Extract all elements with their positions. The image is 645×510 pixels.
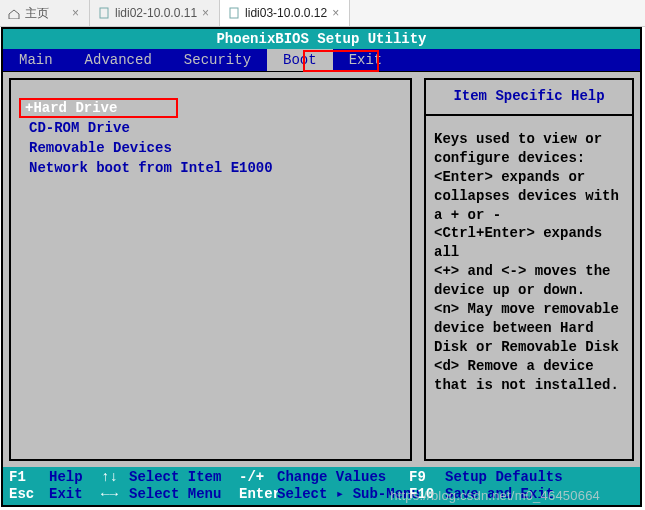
label-exit: Exit	[49, 486, 101, 502]
label-select-item: Select Item	[129, 469, 239, 485]
label-select-submenu: Select ▸ Sub-Menu	[277, 485, 409, 502]
bios-footer: F1 Help ↑↓ Select Item -/+ Change Values…	[3, 467, 640, 505]
page-icon	[228, 7, 240, 19]
help-panel: Item Specific Help Keys used to view or …	[424, 78, 634, 461]
browser-tab-active[interactable]: lidi03-10.0.0.12 ×	[220, 0, 350, 26]
boot-item-label: CD-ROM Drive	[29, 120, 130, 136]
menu-item-advanced[interactable]: Advanced	[69, 49, 168, 71]
key-f9: F9	[409, 469, 445, 485]
bios-frame: PhoenixBIOS Setup Utility Main Advanced …	[1, 27, 642, 507]
label-setup-defaults: Setup Defaults	[445, 469, 563, 485]
boot-order-panel: +Hard Drive CD-ROM Drive Removable Devic…	[9, 78, 412, 461]
svg-rect-0	[100, 8, 108, 18]
boot-item-network[interactable]: Network boot from Intel E1000	[23, 158, 398, 178]
browser-tab-bar: 主页 × lidi02-10.0.0.11 × lidi03-10.0.0.12…	[0, 0, 645, 27]
close-icon[interactable]: ×	[332, 6, 339, 20]
boot-item-label: +Hard Drive	[25, 100, 117, 116]
key-esc: Esc	[9, 486, 49, 502]
home-icon	[8, 8, 20, 18]
bios-body: +Hard Drive CD-ROM Drive Removable Devic…	[3, 71, 640, 467]
page-icon	[98, 7, 110, 19]
boot-item-cdrom[interactable]: CD-ROM Drive	[23, 118, 398, 138]
key-plusminus: -/+	[239, 469, 277, 485]
menu-item-boot[interactable]: Boot	[267, 49, 333, 71]
browser-tab[interactable]: lidi02-10.0.0.11 ×	[90, 0, 220, 26]
key-f10: F10	[409, 486, 445, 502]
arrow-updown-icon: ↑↓	[101, 469, 129, 485]
tab-label: lidi02-10.0.0.11	[115, 6, 197, 20]
tab-label: 主页	[25, 5, 49, 22]
svg-rect-1	[230, 8, 238, 18]
menu-item-exit[interactable]: Exit	[333, 49, 399, 71]
arrow-leftright-icon: ←→	[101, 486, 129, 502]
close-icon[interactable]: ×	[202, 6, 209, 20]
boot-item-label: Removable Devices	[29, 140, 172, 156]
bios-title: PhoenixBIOS Setup Utility	[3, 29, 640, 49]
help-body: Keys used to view or configure devices: …	[426, 116, 632, 400]
browser-tab[interactable]: 主页 ×	[0, 0, 90, 26]
boot-item-label: Network boot from Intel E1000	[29, 160, 273, 176]
label-help: Help	[49, 469, 101, 485]
close-icon[interactable]: ×	[72, 6, 79, 20]
menu-item-main[interactable]: Main	[3, 49, 69, 71]
help-title: Item Specific Help	[426, 80, 632, 116]
label-save-exit: Save and Exit	[445, 486, 554, 502]
footer-row-2: Esc Exit ←→ Select Menu Enter Select ▸ S…	[9, 485, 634, 502]
boot-item-removable[interactable]: Removable Devices	[23, 138, 398, 158]
label-change-values: Change Values	[277, 469, 409, 485]
key-f1: F1	[9, 469, 49, 485]
footer-row-1: F1 Help ↑↓ Select Item -/+ Change Values…	[9, 469, 634, 485]
tab-label: lidi03-10.0.0.12	[245, 6, 327, 20]
bios-menu: Main Advanced Security Boot Exit	[3, 49, 640, 71]
menu-item-security[interactable]: Security	[168, 49, 267, 71]
label-select-menu: Select Menu	[129, 486, 239, 502]
key-enter: Enter	[239, 486, 277, 502]
boot-list: +Hard Drive CD-ROM Drive Removable Devic…	[23, 98, 398, 178]
boot-item-hard-drive[interactable]: +Hard Drive	[19, 98, 178, 118]
